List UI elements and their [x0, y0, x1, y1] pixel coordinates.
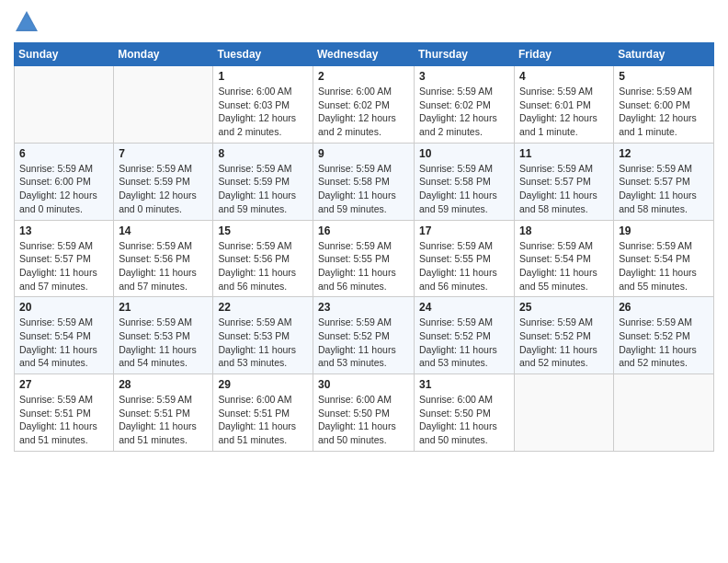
calendar-cell: 20Sunrise: 5:59 AMSunset: 5:54 PMDayligh… — [15, 297, 114, 374]
day-info: Sunrise: 5:59 AMSunset: 5:59 PMDaylight:… — [119, 162, 208, 216]
logo-icon — [14, 9, 40, 35]
page: SundayMondayTuesdayWednesdayThursdayFrid… — [0, 0, 728, 465]
day-info: Sunrise: 5:59 AMSunset: 5:58 PMDaylight:… — [318, 162, 409, 216]
day-info: Sunrise: 6:00 AMSunset: 6:03 PMDaylight:… — [218, 85, 308, 139]
logo — [14, 9, 43, 35]
day-info: Sunrise: 5:59 AMSunset: 5:54 PMDaylight:… — [19, 316, 108, 370]
day-info: Sunrise: 5:59 AMSunset: 5:56 PMDaylight:… — [218, 239, 308, 293]
day-info: Sunrise: 5:59 AMSunset: 5:54 PMDaylight:… — [519, 239, 609, 293]
day-number: 8 — [218, 147, 308, 160]
day-number: 7 — [119, 147, 208, 160]
calendar-cell: 28Sunrise: 5:59 AMSunset: 5:51 PMDayligh… — [114, 374, 213, 452]
calendar-cell: 27Sunrise: 5:59 AMSunset: 5:51 PMDayligh… — [15, 374, 114, 452]
calendar-cell: 12Sunrise: 5:59 AMSunset: 5:57 PMDayligh… — [614, 143, 714, 220]
day-info: Sunrise: 6:00 AMSunset: 5:50 PMDaylight:… — [419, 393, 509, 447]
day-number: 17 — [419, 224, 509, 237]
day-number: 16 — [318, 224, 409, 237]
header-friday: Friday — [515, 43, 614, 66]
calendar-cell: 17Sunrise: 5:59 AMSunset: 5:55 PMDayligh… — [415, 220, 515, 297]
header-sunday: Sunday — [15, 43, 114, 66]
day-info: Sunrise: 5:59 AMSunset: 5:58 PMDaylight:… — [419, 162, 509, 216]
day-number: 13 — [19, 224, 108, 237]
day-info: Sunrise: 6:00 AMSunset: 5:51 PMDaylight:… — [218, 393, 308, 447]
day-number: 2 — [318, 70, 409, 83]
day-number: 9 — [318, 147, 409, 160]
day-info: Sunrise: 5:59 AMSunset: 5:57 PMDaylight:… — [619, 162, 709, 216]
day-number: 28 — [119, 378, 208, 391]
day-number: 24 — [419, 301, 509, 314]
day-number: 14 — [119, 224, 208, 237]
calendar-cell: 18Sunrise: 5:59 AMSunset: 5:54 PMDayligh… — [515, 220, 614, 297]
day-number: 6 — [19, 147, 108, 160]
day-number: 20 — [19, 301, 108, 314]
calendar-cell: 3Sunrise: 5:59 AMSunset: 6:02 PMDaylight… — [415, 66, 515, 144]
day-info: Sunrise: 5:59 AMSunset: 6:00 PMDaylight:… — [619, 85, 709, 139]
calendar-cell: 5Sunrise: 5:59 AMSunset: 6:00 PMDaylight… — [614, 66, 714, 144]
calendar-cell: 13Sunrise: 5:59 AMSunset: 5:57 PMDayligh… — [15, 220, 114, 297]
calendar-cell: 15Sunrise: 5:59 AMSunset: 5:56 PMDayligh… — [213, 220, 313, 297]
calendar-cell: 10Sunrise: 5:59 AMSunset: 5:58 PMDayligh… — [415, 143, 515, 220]
day-number: 1 — [218, 70, 308, 83]
day-number: 5 — [619, 70, 709, 83]
header-thursday: Thursday — [415, 43, 515, 66]
calendar-cell: 19Sunrise: 5:59 AMSunset: 5:54 PMDayligh… — [614, 220, 714, 297]
day-info: Sunrise: 5:59 AMSunset: 5:56 PMDaylight:… — [119, 239, 208, 293]
header-wednesday: Wednesday — [313, 43, 415, 66]
calendar-cell: 26Sunrise: 5:59 AMSunset: 5:52 PMDayligh… — [614, 297, 714, 374]
day-number: 25 — [519, 301, 609, 314]
day-number: 29 — [218, 378, 308, 391]
header-row: SundayMondayTuesdayWednesdayThursdayFrid… — [15, 43, 714, 66]
day-info: Sunrise: 5:59 AMSunset: 5:55 PMDaylight:… — [419, 239, 509, 293]
day-info: Sunrise: 5:59 AMSunset: 5:52 PMDaylight:… — [419, 316, 509, 370]
header-tuesday: Tuesday — [213, 43, 313, 66]
day-info: Sunrise: 5:59 AMSunset: 6:00 PMDaylight:… — [19, 162, 108, 216]
calendar-cell: 4Sunrise: 5:59 AMSunset: 6:01 PMDaylight… — [515, 66, 614, 144]
calendar-cell: 7Sunrise: 5:59 AMSunset: 5:59 PMDaylight… — [114, 143, 213, 220]
day-info: Sunrise: 5:59 AMSunset: 5:55 PMDaylight:… — [318, 239, 409, 293]
calendar-cell: 29Sunrise: 6:00 AMSunset: 5:51 PMDayligh… — [213, 374, 313, 452]
calendar-cell: 30Sunrise: 6:00 AMSunset: 5:50 PMDayligh… — [313, 374, 415, 452]
calendar-cell — [15, 66, 114, 144]
header — [14, 9, 714, 35]
day-number: 27 — [19, 378, 108, 391]
day-number: 3 — [419, 70, 509, 83]
day-info: Sunrise: 5:59 AMSunset: 5:57 PMDaylight:… — [19, 239, 108, 293]
day-number: 30 — [318, 378, 409, 391]
calendar-cell: 22Sunrise: 5:59 AMSunset: 5:53 PMDayligh… — [213, 297, 313, 374]
day-number: 26 — [619, 301, 709, 314]
calendar-cell: 11Sunrise: 5:59 AMSunset: 5:57 PMDayligh… — [515, 143, 614, 220]
day-info: Sunrise: 6:00 AMSunset: 5:50 PMDaylight:… — [318, 393, 409, 447]
calendar-cell: 14Sunrise: 5:59 AMSunset: 5:56 PMDayligh… — [114, 220, 213, 297]
day-number: 18 — [519, 224, 609, 237]
day-number: 19 — [619, 224, 709, 237]
calendar-table: SundayMondayTuesdayWednesdayThursdayFrid… — [14, 42, 714, 452]
day-info: Sunrise: 5:59 AMSunset: 5:51 PMDaylight:… — [19, 393, 108, 447]
day-info: Sunrise: 6:00 AMSunset: 6:02 PMDaylight:… — [318, 85, 409, 139]
day-info: Sunrise: 5:59 AMSunset: 5:59 PMDaylight:… — [218, 162, 308, 216]
day-info: Sunrise: 5:59 AMSunset: 5:53 PMDaylight:… — [218, 316, 308, 370]
day-info: Sunrise: 5:59 AMSunset: 6:01 PMDaylight:… — [519, 85, 609, 139]
calendar-cell: 9Sunrise: 5:59 AMSunset: 5:58 PMDaylight… — [313, 143, 415, 220]
svg-marker-1 — [17, 15, 36, 29]
calendar-cell — [515, 374, 614, 452]
calendar-week-5: 27Sunrise: 5:59 AMSunset: 5:51 PMDayligh… — [15, 374, 714, 452]
calendar-cell: 21Sunrise: 5:59 AMSunset: 5:53 PMDayligh… — [114, 297, 213, 374]
day-number: 21 — [119, 301, 208, 314]
day-number: 4 — [519, 70, 609, 83]
day-number: 15 — [218, 224, 308, 237]
calendar-cell — [114, 66, 213, 144]
day-number: 31 — [419, 378, 509, 391]
calendar-cell: 31Sunrise: 6:00 AMSunset: 5:50 PMDayligh… — [415, 374, 515, 452]
calendar-week-1: 1Sunrise: 6:00 AMSunset: 6:03 PMDaylight… — [15, 66, 714, 144]
day-number: 23 — [318, 301, 409, 314]
day-number: 11 — [519, 147, 609, 160]
calendar-cell: 8Sunrise: 5:59 AMSunset: 5:59 PMDaylight… — [213, 143, 313, 220]
calendar-cell: 24Sunrise: 5:59 AMSunset: 5:52 PMDayligh… — [415, 297, 515, 374]
calendar-week-2: 6Sunrise: 5:59 AMSunset: 6:00 PMDaylight… — [15, 143, 714, 220]
calendar-cell — [614, 374, 714, 452]
calendar-cell: 23Sunrise: 5:59 AMSunset: 5:52 PMDayligh… — [313, 297, 415, 374]
calendar-cell: 16Sunrise: 5:59 AMSunset: 5:55 PMDayligh… — [313, 220, 415, 297]
day-info: Sunrise: 5:59 AMSunset: 5:51 PMDaylight:… — [119, 393, 208, 447]
day-number: 10 — [419, 147, 509, 160]
calendar-header: SundayMondayTuesdayWednesdayThursdayFrid… — [15, 43, 714, 66]
